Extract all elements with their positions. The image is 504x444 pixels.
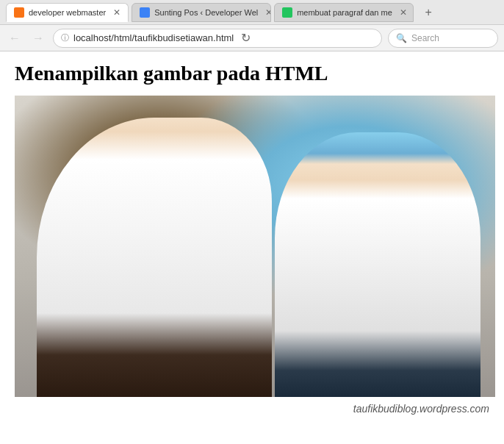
browser-window: developer webmaster ✕ Sunting Pos ‹ Deve… [0, 0, 504, 444]
tab1-favicon [14, 7, 24, 18]
tab3-favicon [282, 7, 292, 18]
person-right [275, 132, 480, 397]
tab2-label: Sunting Pos ‹ Developer Wel [154, 8, 258, 17]
watermark: taufikbudiblog.wordpress.com [15, 403, 489, 415]
tab2-favicon [140, 7, 150, 18]
tab-2[interactable]: Sunting Pos ‹ Developer Wel ✕ [132, 3, 271, 22]
page-title: Menampilkan gambar pada HTML [15, 62, 489, 85]
photo-background [15, 96, 495, 397]
tab1-close[interactable]: ✕ [113, 7, 120, 18]
main-image [15, 96, 495, 397]
search-bar[interactable]: 🔍 Search [388, 29, 498, 48]
page-content: Menampilkan gambar pada HTML taufikbudib… [0, 51, 504, 444]
address-bar: ← → ⓘ localhost/html/taufikbudisetiawan.… [0, 25, 504, 51]
search-placeholder: Search [411, 33, 439, 43]
tab-3[interactable]: membuat paragraf dan me ✕ [274, 3, 414, 22]
url-text: localhost/html/taufikbudisetiawan.html [73, 32, 234, 43]
back-button[interactable]: ← [6, 29, 24, 47]
new-tab-button[interactable]: + [420, 4, 437, 21]
tab2-close[interactable]: ✕ [265, 7, 271, 18]
person-left [37, 118, 272, 397]
tab3-label: membuat paragraf dan me [297, 8, 392, 17]
search-icon: 🔍 [396, 33, 407, 43]
title-bar: developer webmaster ✕ Sunting Pos ‹ Deve… [0, 0, 504, 25]
tab1-label: developer webmaster [29, 8, 106, 17]
url-bar[interactable]: ⓘ localhost/html/taufikbudisetiawan.html… [53, 29, 382, 48]
tab-1[interactable]: developer webmaster ✕ [6, 3, 129, 22]
lock-icon: ⓘ [61, 32, 69, 43]
refresh-button[interactable]: ↻ [241, 31, 251, 45]
forward-button[interactable]: → [29, 29, 47, 47]
tab3-close[interactable]: ✕ [400, 7, 407, 18]
